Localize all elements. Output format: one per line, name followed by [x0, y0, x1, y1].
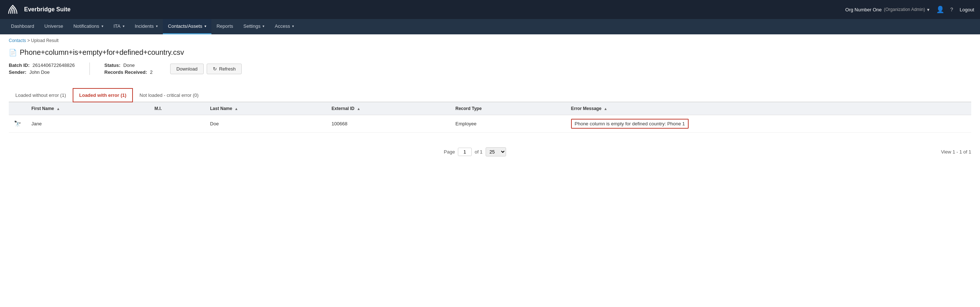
tab-label-loaded-without-error: Loaded without error (1) — [15, 93, 66, 98]
top-bar-right: Org Number One (Organization Admin) ▾ 👤 … — [845, 5, 974, 14]
nav-item-dashboard[interactable]: Dashboard — [6, 19, 40, 34]
table-row: 🔭 Jane Doe 100668 Employee Phone column … — [9, 115, 971, 133]
nav-item-reports[interactable]: Reports — [212, 19, 239, 34]
col-header-last-name[interactable]: Last Name ▲ — [205, 102, 326, 115]
error-message-badge: Phone column is empty for defined countr… — [571, 119, 689, 129]
pagination: Page of 1 25 50 100 View 1 - 1 of 1 — [0, 141, 980, 162]
of-label: of 1 — [475, 149, 483, 155]
table-header-row: First Name ▲ M.I. Last Name ▲ External I… — [9, 102, 971, 115]
col-header-record-type: Record Type — [450, 102, 566, 115]
nav-item-access[interactable]: Access ▾ — [269, 19, 299, 34]
breadcrumb-separator: > — [27, 38, 31, 43]
row-error-message: Phone column is empty for defined countr… — [566, 115, 971, 133]
binoculars-icon[interactable]: 🔭 — [14, 121, 21, 127]
logout-button[interactable]: Logout — [959, 7, 974, 13]
file-icon: 📄 — [9, 49, 17, 57]
nav-item-ita[interactable]: ITA ▾ — [108, 19, 130, 34]
col-header-external-id[interactable]: External ID ▲ — [326, 102, 450, 115]
row-record-type: Employee — [450, 115, 566, 133]
chevron-down-icon: ▾ — [123, 24, 124, 28]
top-bar: Everbridge Suite Org Number One (Organiz… — [0, 0, 980, 19]
row-last-name: Doe — [205, 115, 326, 133]
help-icon[interactable]: ? — [950, 6, 953, 13]
sender-label: Sender: — [9, 69, 26, 75]
col-header-error-message[interactable]: Error Message ▲ — [566, 102, 971, 115]
file-header: 📄 Phone+column+is+empty+for+defined+coun… — [9, 48, 971, 57]
everbridge-logo — [6, 3, 20, 16]
org-name: Org Number One — [845, 7, 882, 13]
breadcrumb: Contacts > Upload Result — [0, 34, 980, 47]
per-page-select[interactable]: 25 50 100 — [485, 147, 506, 157]
records-received-value: 2 — [150, 69, 153, 75]
sort-icon-external-id: ▲ — [357, 107, 360, 111]
nav-label-dashboard: Dashboard — [11, 23, 34, 29]
batch-id-row: Batch ID: 2614406722648826 — [9, 62, 75, 68]
action-buttons: Download ↻ Refresh — [170, 64, 242, 74]
chevron-down-icon: ▾ — [292, 24, 294, 28]
meta-divider — [89, 62, 90, 75]
col-label-record-type: Record Type — [455, 106, 482, 111]
tab-label-loaded-with-error: Loaded with error (1) — [79, 93, 126, 98]
app-title: Everbridge Suite — [24, 6, 70, 13]
nav-label-access: Access — [275, 23, 290, 29]
tab-not-loaded-critical[interactable]: Not loaded - critical error (0) — [133, 88, 205, 102]
chevron-down-icon: ▾ — [927, 7, 930, 13]
nav-label-contacts-assets: Contacts/Assets — [168, 23, 202, 29]
tabs: Loaded without error (1) Loaded with err… — [9, 88, 971, 102]
view-info: View 1 - 1 of 1 — [941, 149, 971, 155]
nav-item-settings[interactable]: Settings ▾ — [239, 19, 270, 34]
chevron-down-icon: ▾ — [204, 24, 206, 28]
nav-item-incidents[interactable]: Incidents ▾ — [130, 19, 163, 34]
breadcrumb-link-contacts[interactable]: Contacts — [9, 38, 26, 43]
top-bar-icons: 👤 ? — [936, 5, 953, 14]
nav-label-universe: Universe — [45, 23, 63, 29]
chevron-down-icon: ▾ — [102, 24, 103, 28]
nav-item-contacts-assets[interactable]: Contacts/Assets ▾ — [163, 19, 212, 34]
row-first-name: Jane — [26, 115, 150, 133]
page-label: Page — [444, 149, 455, 155]
sender-row: Sender: John Doe — [9, 69, 75, 75]
nav-label-ita: ITA — [113, 23, 121, 29]
row-icon-cell: 🔭 — [9, 115, 26, 133]
batch-id-value: 2614406722648826 — [32, 62, 75, 68]
nav-item-universe[interactable]: Universe — [40, 19, 68, 34]
sort-icon-first-name: ▲ — [56, 107, 60, 111]
sort-icon-last-name: ▲ — [234, 107, 238, 111]
meta-section: Batch ID: 2614406722648826 Sender: John … — [9, 62, 971, 81]
chevron-down-icon: ▾ — [156, 24, 158, 28]
col-header-mi: M.I. — [150, 102, 205, 115]
status-value: Done — [123, 62, 135, 68]
nav-label-notifications: Notifications — [73, 23, 99, 29]
org-role: (Organization Admin) — [884, 7, 925, 12]
data-table: First Name ▲ M.I. Last Name ▲ External I… — [9, 102, 971, 133]
refresh-icon: ↻ — [213, 66, 217, 72]
tab-loaded-with-error[interactable]: Loaded with error (1) — [73, 88, 133, 102]
sort-icon-error-message: ▲ — [603, 107, 607, 111]
refresh-button[interactable]: ↻ Refresh — [207, 64, 242, 74]
nav-item-notifications[interactable]: Notifications ▾ — [68, 19, 108, 34]
file-title: Phone+column+is+empty+for+defined+countr… — [20, 48, 184, 57]
col-header-icon — [9, 102, 26, 115]
col-label-last-name: Last Name — [210, 106, 232, 111]
status-row: Status: Done — [104, 62, 153, 68]
meta-group-left: Batch ID: 2614406722648826 Sender: John … — [9, 62, 75, 75]
page-input[interactable] — [458, 148, 472, 156]
pagination-center: Page of 1 25 50 100 — [444, 147, 506, 157]
nav-label-reports: Reports — [216, 23, 233, 29]
user-icon[interactable]: 👤 — [936, 5, 944, 14]
col-label-first-name: First Name — [32, 106, 54, 111]
top-bar-left: Everbridge Suite — [6, 3, 70, 16]
refresh-label: Refresh — [219, 66, 236, 72]
tab-loaded-without-error[interactable]: Loaded without error (1) — [9, 88, 73, 102]
download-button[interactable]: Download — [170, 64, 204, 74]
col-header-first-name[interactable]: First Name ▲ — [26, 102, 150, 115]
col-label-mi: M.I. — [154, 106, 162, 111]
row-external-id: 100668 — [326, 115, 450, 133]
col-label-external-id: External ID — [331, 106, 355, 111]
org-info[interactable]: Org Number One (Organization Admin) ▾ — [845, 7, 930, 13]
page-content: 📄 Phone+column+is+empty+for+defined+coun… — [0, 47, 980, 141]
col-label-error-message: Error Message — [571, 106, 601, 111]
chevron-down-icon: ▾ — [262, 24, 264, 28]
tab-label-not-loaded-critical: Not loaded - critical error (0) — [140, 93, 199, 98]
nav-bar: Dashboard Universe Notifications ▾ ITA ▾… — [0, 19, 980, 34]
